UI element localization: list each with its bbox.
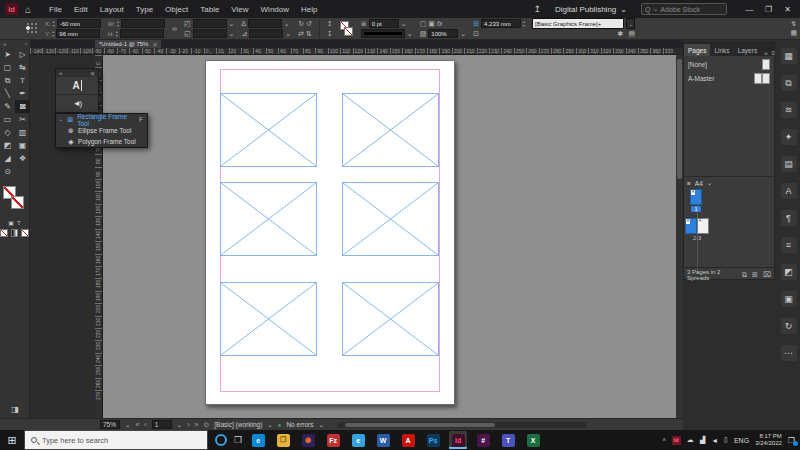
start-button[interactable]: ⊞ — [0, 434, 24, 447]
language-indicator[interactable]: ENG — [734, 437, 749, 444]
graphic-frame-1[interactable] — [220, 93, 317, 167]
type-tool-button[interactable]: A — [56, 77, 98, 94]
flyout-item-polygon-frame-tool[interactable]: ◈Polygon Frame Tool — [56, 136, 147, 147]
corner-radius-field[interactable]: 4.233 mm — [481, 19, 521, 28]
taskbar-teams[interactable]: T — [499, 431, 517, 449]
scissors-tool[interactable]: ✂ — [15, 113, 30, 126]
rectangle-tool[interactable]: ▭ — [0, 113, 15, 126]
gradient-panel-icon[interactable]: ◩ — [781, 264, 797, 280]
stroke-weight-field[interactable]: 0 pt — [369, 19, 399, 28]
clear-overrides-icon[interactable]: ✱ — [618, 30, 624, 37]
eyedropper-tool[interactable]: ◢ — [0, 152, 15, 165]
cortana-icon[interactable] — [215, 434, 227, 446]
task-view-icon[interactable]: ❐ — [234, 435, 242, 445]
menu-table[interactable]: Table — [194, 5, 225, 14]
close-tab-icon[interactable]: ✕ — [152, 41, 157, 48]
swatches-panel-icon[interactable]: ▤ — [781, 156, 797, 172]
spread-2-3[interactable]: AA2-3 — [685, 218, 709, 241]
stroke-type-dropdown[interactable] — [361, 29, 405, 38]
vertical-scrollbar[interactable] — [676, 55, 683, 418]
chevron-down-icon[interactable]: ⌄ — [267, 421, 272, 429]
menu-view[interactable]: View — [225, 5, 254, 14]
menu-help[interactable]: Help — [295, 5, 323, 14]
content-collector-tool[interactable]: ⧉ — [0, 74, 15, 87]
preview-icon[interactable]: ⊡ — [473, 30, 479, 37]
lightning-quick-apply-icon[interactable]: ↯ — [791, 20, 797, 27]
corner-options-icon[interactable]: ▢ — [420, 20, 427, 27]
scrollbar-thumb[interactable] — [345, 423, 495, 427]
page-thumbnail[interactable]: A — [697, 218, 709, 234]
chevron-up-icon[interactable]: ^ — [662, 437, 665, 444]
rotation-angle-field[interactable] — [248, 19, 282, 28]
new-page-icon[interactable]: ⊞ — [752, 271, 758, 279]
effects-panel-icon[interactable]: ✦ — [781, 129, 797, 145]
gap-tool[interactable]: ↹ — [15, 61, 30, 74]
edit-page-size-icon[interactable]: ⧉ — [742, 271, 747, 279]
quick-apply-icon[interactable]: ▤ — [628, 30, 635, 37]
height-field[interactable] — [120, 29, 164, 38]
page-thumbnail[interactable]: A — [690, 189, 702, 205]
formatting-affects-container-icon[interactable]: ▣ — [8, 219, 14, 226]
note-tool-button[interactable]: ◄) — [56, 94, 98, 111]
network-icon[interactable]: ▟ — [700, 436, 705, 444]
notification-center-icon[interactable]: ❒ — [788, 436, 795, 445]
object-styles-panel-icon[interactable]: ▣ — [781, 291, 797, 307]
graphic-frame-3[interactable] — [220, 182, 317, 256]
note-tool[interactable]: ▣ — [15, 139, 30, 152]
adobe-tray-icon[interactable]: Id — [672, 436, 681, 445]
document-tab[interactable]: *Untitled-1 @ 75% ✕ — [95, 40, 161, 48]
scrollbar-thumb[interactable] — [677, 59, 682, 179]
taskbar-filezilla[interactable]: Fz — [324, 431, 342, 449]
flip-vertical-icon[interactable]: ⇅ — [306, 30, 312, 37]
taskbar-photoshop[interactable]: Ps — [424, 431, 442, 449]
rotate-cw-icon[interactable]: ↻ — [298, 20, 304, 27]
volume-icon[interactable]: ◄ — [711, 437, 718, 444]
line-tool[interactable]: ╲ — [0, 87, 15, 100]
opacity-field[interactable]: 100% — [428, 29, 458, 38]
links-panel-icon[interactable]: ⧉ — [781, 75, 797, 91]
character-panel-icon[interactable]: A — [781, 183, 797, 199]
minimize-button[interactable]: — — [743, 5, 756, 14]
type-tool[interactable]: T — [15, 74, 30, 87]
taskbar-search-input[interactable]: Type here to search — [24, 430, 208, 450]
taskbar-indesign[interactable]: Id — [449, 431, 467, 449]
graphic-frame-5[interactable] — [220, 282, 317, 356]
stepper-icons[interactable]: ▴▾ — [117, 20, 119, 28]
screen-mode-button[interactable]: ◨ — [0, 405, 30, 414]
reference-point-proxy[interactable] — [27, 23, 38, 34]
adobe-stock-search-input[interactable]: Q ⌄ Adobe Stock — [641, 3, 727, 15]
panel-grid-icon[interactable]: ▦ — [790, 29, 797, 36]
layers-panel-icon[interactable]: ≋ — [781, 102, 797, 118]
last-page-button[interactable]: » — [195, 421, 199, 428]
effects-icon[interactable]: fx — [437, 20, 442, 27]
workspace-switcher[interactable]: Digital Publishing ⌄ — [555, 5, 627, 14]
stepper-icons[interactable]: ▴▾ — [53, 20, 55, 28]
document-page[interactable] — [205, 60, 455, 405]
gradient-feather-tool[interactable]: ◩ — [0, 139, 15, 152]
taskbar-word[interactable]: W — [374, 431, 392, 449]
tab-pages[interactable]: Pages — [684, 44, 710, 56]
pencil-tool[interactable]: ✎ — [0, 100, 15, 113]
battery-icon[interactable]: ▯ — [724, 436, 728, 444]
delete-page-icon[interactable]: ⌧ — [763, 271, 771, 279]
width-field[interactable] — [121, 19, 165, 28]
page-tool[interactable]: ▢ — [0, 61, 15, 74]
stepper-icons[interactable]: ▴▾ — [116, 30, 118, 38]
close-panel-icon[interactable]: ✕ — [90, 70, 95, 77]
scale-y-field[interactable] — [193, 29, 227, 38]
chevron-down-icon[interactable]: ⌄ — [284, 20, 290, 27]
previous-page-button[interactable]: ‹ — [144, 421, 146, 428]
clock[interactable]: 8:17 PM 3/24/2022 — [755, 433, 782, 447]
pen-tool[interactable]: ✒ — [15, 87, 30, 100]
select-container-icon[interactable]: ↥ — [327, 20, 333, 27]
more-panels-icon[interactable]: ⋯ — [781, 345, 797, 361]
menu-object[interactable]: Object — [159, 5, 194, 14]
gradient-swatch-tool[interactable]: ▥ — [15, 126, 30, 139]
chevron-down-icon[interactable]: ⌄ — [285, 30, 291, 37]
horizontal-scrollbar[interactable] — [337, 422, 587, 428]
chevron-down-icon[interactable]: ⌄ — [177, 421, 182, 429]
preflight-status-label[interactable]: No errors — [286, 421, 313, 428]
page-size-row[interactable]: ≡ A4 ⌄ — [684, 176, 774, 189]
object-style-chevron[interactable]: ⌄ — [626, 18, 635, 29]
free-transform-tool[interactable]: ◇ — [0, 126, 15, 139]
